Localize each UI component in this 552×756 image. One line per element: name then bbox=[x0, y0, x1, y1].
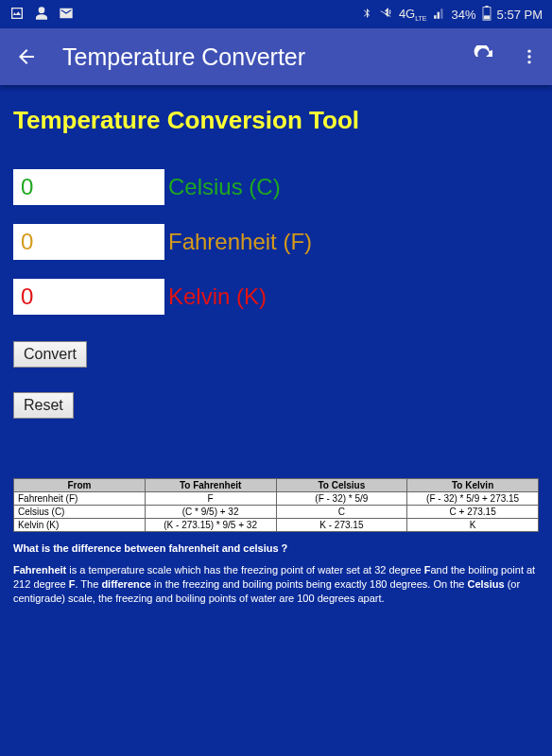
explanation-body: Fahrenheit is a temperature scale which … bbox=[13, 563, 539, 606]
main-content: Temperature Conversion Tool Celsius (C) … bbox=[0, 85, 552, 756]
celsius-label: Celsius (C) bbox=[168, 174, 281, 200]
table-cell: C bbox=[276, 506, 407, 519]
explanation-question: What is the difference between fahrenhei… bbox=[13, 541, 539, 556]
fahrenheit-row: Fahrenheit (F) bbox=[13, 224, 539, 260]
table-row: Fahrenheit (F) F (F - 32) * 5/9 (F - 32)… bbox=[14, 492, 539, 506]
page-title: Temperature Conversion Tool bbox=[13, 106, 539, 135]
status-left bbox=[9, 6, 74, 24]
svg-rect-1 bbox=[485, 6, 488, 8]
table-header-row: From To Fahrenheit To Celsius To Kelvin bbox=[14, 479, 539, 492]
refresh-button[interactable] bbox=[471, 43, 497, 70]
table-cell: (F - 32) * 5/9 bbox=[276, 492, 407, 506]
mail-icon bbox=[59, 6, 74, 24]
reset-button[interactable]: Reset bbox=[13, 392, 74, 419]
convert-button[interactable]: Convert bbox=[13, 341, 87, 368]
fahrenheit-label: Fahrenheit (F) bbox=[168, 229, 312, 255]
table-header: To Kelvin bbox=[407, 479, 539, 492]
table-cell: Celsius (C) bbox=[14, 506, 146, 519]
svg-point-5 bbox=[527, 60, 530, 63]
celsius-input[interactable] bbox=[13, 169, 164, 205]
conversion-table: From To Fahrenheit To Celsius To Kelvin … bbox=[13, 478, 539, 532]
table-row: Celsius (C) (C * 9/5) + 32 C C + 273.15 bbox=[14, 506, 539, 519]
image-icon bbox=[9, 6, 25, 24]
table-header: To Fahrenheit bbox=[145, 479, 276, 492]
battery-icon bbox=[482, 6, 492, 24]
kelvin-row: Kelvin (K) bbox=[13, 279, 539, 315]
app-title: Temperature Converter bbox=[62, 43, 448, 71]
app-bar: Temperature Converter bbox=[0, 28, 552, 85]
back-button[interactable] bbox=[13, 43, 40, 70]
overflow-menu-button[interactable] bbox=[520, 43, 539, 70]
table-cell: F bbox=[145, 492, 276, 506]
user-icon bbox=[34, 6, 49, 24]
table-row: Kelvin (K) (K - 273.15) * 9/5 + 32 K - 2… bbox=[14, 519, 539, 532]
bluetooth-icon bbox=[361, 7, 372, 23]
status-right: 4GLTE 34% 5:57 PM bbox=[361, 6, 543, 24]
vibrate-icon bbox=[378, 7, 393, 23]
celsius-row: Celsius (C) bbox=[13, 169, 539, 205]
status-bar: 4GLTE 34% 5:57 PM bbox=[0, 0, 552, 28]
battery-percent: 34% bbox=[452, 8, 476, 22]
table-cell: Kelvin (K) bbox=[14, 519, 146, 532]
network-type: 4GLTE bbox=[399, 8, 427, 22]
svg-point-4 bbox=[527, 55, 530, 58]
kelvin-input[interactable] bbox=[13, 279, 164, 315]
explanation-text: What is the difference between fahrenhei… bbox=[13, 541, 539, 605]
table-cell: C + 273.15 bbox=[407, 506, 539, 519]
svg-rect-2 bbox=[483, 15, 489, 19]
table-cell: (F - 32) * 5/9 + 273.15 bbox=[407, 492, 539, 506]
fahrenheit-input[interactable] bbox=[13, 224, 164, 260]
table-cell: K - 273.15 bbox=[276, 519, 407, 532]
clock: 5:57 PM bbox=[497, 8, 543, 22]
svg-point-3 bbox=[527, 50, 530, 53]
kelvin-label: Kelvin (K) bbox=[168, 284, 267, 310]
table-header: From bbox=[14, 479, 146, 492]
table-cell: K bbox=[407, 519, 539, 532]
signal-icon bbox=[433, 7, 446, 23]
table-cell: (C * 9/5) + 32 bbox=[145, 506, 276, 519]
table-header: To Celsius bbox=[276, 479, 407, 492]
table-cell: (K - 273.15) * 9/5 + 32 bbox=[145, 519, 276, 532]
table-cell: Fahrenheit (F) bbox=[14, 492, 146, 506]
